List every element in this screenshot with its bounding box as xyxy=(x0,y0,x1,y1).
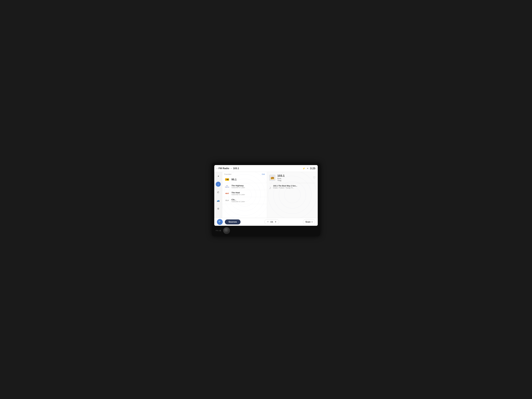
scan-indicator xyxy=(311,222,313,222)
now-playing-header: 📻 103.1 Rock Thug ♡ xyxy=(269,174,316,181)
phone-icon-button[interactable]: ✆ xyxy=(216,190,221,195)
track-details: ♪ 103.1 The Beat Way 2 Sex... Drake / Fu… xyxy=(269,185,316,190)
now-genre: Rock Thug xyxy=(277,177,311,181)
physical-controls: VOL ⏻ xyxy=(214,226,318,234)
radio-icon: 📻 xyxy=(269,175,276,181)
search-button[interactable]: 🔍 xyxy=(217,219,223,225)
scan-button[interactable]: Scan xyxy=(303,219,315,225)
classic-logo: CLA xyxy=(224,198,230,203)
sources-button[interactable]: Sources xyxy=(225,219,241,224)
scan-label: Scan xyxy=(305,221,310,223)
favorites-label: Favorites xyxy=(224,173,231,175)
station-item-t95[interactable]: T·95 95.1 xyxy=(222,176,267,183)
track-info: 103.1 The Beat Way 2 Sex... Drake / Futu… xyxy=(273,185,316,189)
ch-minus-button[interactable]: − xyxy=(267,221,269,223)
favorites-header: Favorites Edit xyxy=(222,172,267,176)
now-frequency: 103.1 xyxy=(277,174,311,177)
edit-button[interactable]: Edit xyxy=(262,173,265,175)
header-bar: ‹ FM Radio • 103.1 ⚡ ✦ 3:25 xyxy=(214,165,318,172)
station-freq-951: 95.1 xyxy=(231,178,237,181)
svg-point-7 xyxy=(273,176,311,214)
station-item-highway[interactable]: thehighway The Highway Subscribe to List… xyxy=(222,183,267,190)
main-content: ◂ ♪ ✆ 🚙 ⚙ Favorites xyxy=(214,172,318,218)
header-dot: • xyxy=(231,167,232,170)
volume-knob[interactable] xyxy=(223,227,230,234)
header-title: FM Radio xyxy=(219,167,229,170)
sidebar: ◂ ♪ ✆ 🚙 ⚙ xyxy=(214,172,222,218)
car-icon-button[interactable]: 🚙 xyxy=(216,198,221,203)
header-frequency: 103.1 xyxy=(233,167,239,170)
highway-logo: thehighway xyxy=(224,184,230,189)
bluetooth-icon: ✦ xyxy=(307,167,309,170)
track-artist: Drake / Future / Young Th... xyxy=(273,187,316,189)
header-right: ⚡ ✦ 3:25 xyxy=(303,167,315,170)
station-item-classic[interactable]: CLA Cla... Subscribe to Listen xyxy=(222,197,267,204)
channel-control: − Ch + xyxy=(264,219,279,224)
vol-label: VOL ⏻ xyxy=(215,230,221,231)
bottom-toolbar: 🔍 Sources − Ch + Scan xyxy=(214,218,318,226)
heat-info: The Heat Subscribe to Listen xyxy=(231,191,245,196)
music-icon-button[interactable]: ♪ xyxy=(216,182,221,187)
highway-info: The Highway Subscribe to Listen xyxy=(231,184,245,189)
nav-icon-button[interactable]: ◂ xyxy=(216,173,221,178)
ch-plus-button[interactable]: + xyxy=(274,221,277,223)
back-button[interactable]: ‹ xyxy=(217,167,217,170)
highway-subtitle: Subscribe to Listen xyxy=(231,187,245,189)
car-head-unit: ‹ FM Radio • 103.1 ⚡ ✦ 3:25 ◂ ♪ ✆ 🚙 ⚙ xyxy=(212,163,320,236)
clock-display: 3:25 xyxy=(310,167,315,170)
music-note-icon: ♪ xyxy=(269,185,271,190)
mute-icon: ⚡ xyxy=(303,167,305,170)
settings-icon-button[interactable]: ⚙ xyxy=(216,206,221,211)
ch-label: Ch xyxy=(270,221,273,223)
highway-logo-text: thehighway xyxy=(225,185,229,188)
header-left: ‹ FM Radio • 103.1 xyxy=(217,167,239,170)
heat-logo: HEAT xyxy=(224,191,230,196)
classic-subtitle: Subscribe to Listen xyxy=(231,201,245,203)
favorite-button[interactable]: ♡ xyxy=(313,176,316,179)
now-playing-panel: 📻 103.1 Rock Thug ♡ ♪ 10 xyxy=(267,172,318,218)
heat-logo-text: HEAT xyxy=(225,193,229,194)
favorites-panel: Favorites Edit T·95 95.1 thehighway xyxy=(222,172,267,218)
classic-logo-text: CLA xyxy=(226,200,229,201)
t95-logo: T·95 xyxy=(224,177,230,182)
classic-name: Cla... xyxy=(231,198,245,201)
station-list: T·95 95.1 thehighway The Highway Subscri… xyxy=(222,176,267,218)
highway-name: The Highway xyxy=(231,184,245,187)
heat-name: The Heat xyxy=(231,191,245,194)
t95-logo-text: T·95 xyxy=(225,178,229,181)
track-name: 103.1 The Beat Way 2 Sex... xyxy=(273,185,316,187)
heat-subtitle: Subscribe to Listen xyxy=(231,194,245,196)
classic-info: Cla... Subscribe to Listen xyxy=(231,198,245,203)
screen: ‹ FM Radio • 103.1 ⚡ ✦ 3:25 ◂ ♪ ✆ 🚙 ⚙ xyxy=(214,165,318,226)
now-playing-info: 103.1 Rock Thug xyxy=(277,174,311,181)
station-item-heat[interactable]: HEAT The Heat Subscribe to Listen xyxy=(222,190,267,197)
